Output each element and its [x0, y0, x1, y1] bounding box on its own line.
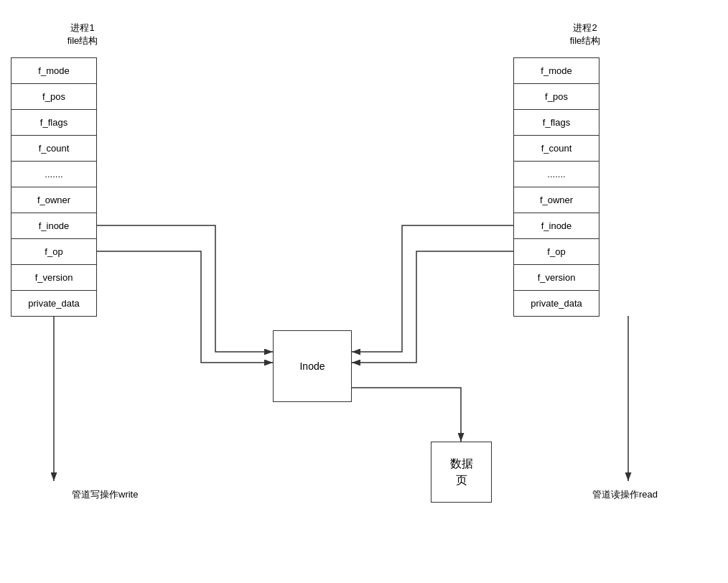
fs1-f-inode: f_inode	[11, 213, 97, 239]
fs2-f-count: f_count	[514, 136, 599, 162]
fs2-f-inode: f_inode	[514, 213, 599, 239]
data-page-box: 数据页	[431, 442, 492, 503]
fs1-f-version: f_version	[11, 265, 97, 291]
fs2-private-data: private_data	[514, 291, 599, 317]
fs2-f-pos: f_pos	[514, 84, 599, 110]
diagram-container: 进程1 file结构 进程2 file结构 f_mode f_pos f_fla…	[0, 0, 728, 583]
fs2-dots: .......	[514, 162, 599, 187]
data-page-label: 数据页	[450, 456, 473, 488]
fs1-f-flags: f_flags	[11, 110, 97, 136]
write-label-text: 管道写操作write	[72, 489, 138, 500]
read-label: 管道读操作read	[592, 488, 658, 501]
fs2-f-owner: f_owner	[514, 187, 599, 213]
fs1-dots: .......	[11, 162, 97, 187]
fs1-f-op: f_op	[11, 239, 97, 265]
fs1-f-pos: f_pos	[11, 84, 97, 110]
process1-subtitle: file结构	[39, 34, 126, 47]
fs2-f-flags: f_flags	[514, 110, 599, 136]
read-label-text: 管道读操作read	[592, 489, 658, 500]
process2-title: 进程2	[542, 22, 628, 34]
process2-subtitle: file结构	[542, 34, 628, 47]
fs2-f-op: f_op	[514, 239, 599, 265]
fs1-private-data: private_data	[11, 291, 97, 317]
fs1-f-owner: f_owner	[11, 187, 97, 213]
file-struct-2: f_mode f_pos f_flags f_count ....... f_o…	[513, 57, 599, 317]
fs1-f-mode: f_mode	[11, 58, 97, 84]
process1-label: 进程1 file结构	[39, 22, 126, 47]
inode-label: Inode	[299, 360, 325, 372]
fs2-f-mode: f_mode	[514, 58, 599, 84]
inode-box: Inode	[273, 330, 352, 402]
file-struct-1: f_mode f_pos f_flags f_count ....... f_o…	[11, 57, 97, 317]
fs2-f-version: f_version	[514, 265, 599, 291]
process2-label: 进程2 file结构	[542, 22, 628, 47]
write-label: 管道写操作write	[72, 488, 138, 501]
fs1-f-count: f_count	[11, 136, 97, 162]
process1-title: 进程1	[39, 22, 126, 34]
